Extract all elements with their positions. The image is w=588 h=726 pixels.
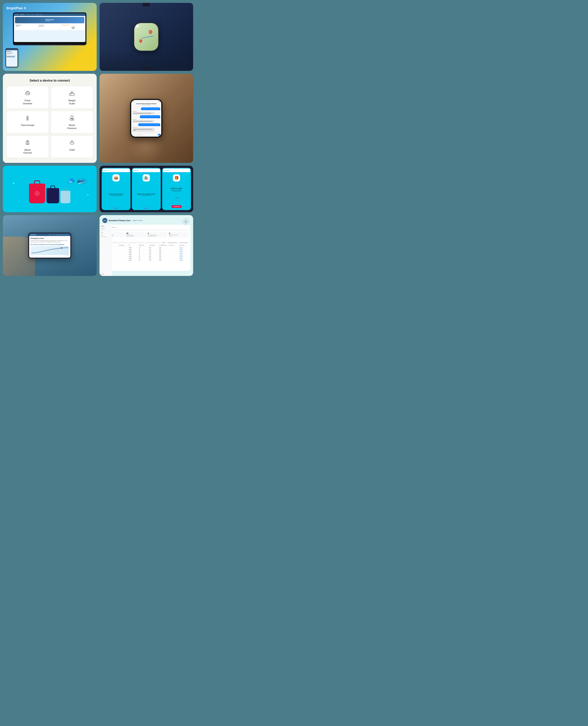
patient-status-4: Assigned xyxy=(179,253,188,254)
dot-active-1 xyxy=(114,208,115,209)
phone-ss-header-3: Padsenda xyxy=(163,169,190,172)
filter-needs-new[interactable]: Needs New Number xyxy=(178,242,188,243)
device-item-weight-scale[interactable]: WeightScale xyxy=(51,86,93,109)
ccn-header: CCN Sunshine Primary Care Switch Center xyxy=(102,218,190,223)
chat-header: Jessica Daniel's External Channel tap he… xyxy=(131,102,161,106)
device-item-thermometer[interactable]: Thermometer xyxy=(6,111,49,133)
sidebar-item-staff[interactable]: Staff xyxy=(102,230,111,231)
shopping-bags-scene: ✦ ✦ ✦ 👟 🧢 xyxy=(7,175,92,203)
chat-send-button[interactable]: ▶ xyxy=(158,134,160,136)
filter-recent[interactable]: Recent xyxy=(161,242,166,243)
stat-savings: $45,000.00 Savings xyxy=(15,24,38,30)
patient-status-8: Assigned xyxy=(179,260,188,261)
phone-ss-content-3: 🎁 Mandá un regalo para alguien especial.… xyxy=(162,173,191,210)
blood-pressure-icon xyxy=(69,115,75,121)
weight-scale-icon-wrap xyxy=(68,89,76,97)
tablet-highlight: You could be earning 151x more interest … xyxy=(30,244,69,245)
status-icons: ●●● xyxy=(158,101,160,102)
laptop-screen: BrightPlan My Life Goals Financial Accou… xyxy=(14,14,85,42)
patient-npi-6: 00/29/9 xyxy=(129,256,138,257)
dashboard-tabs: Tasks Statistics xyxy=(104,227,189,230)
filter-pending[interactable]: Pending Electronment xyxy=(167,242,177,243)
sidebar-item-device-orders[interactable]: Device Orders xyxy=(102,236,111,237)
patient-days-1: D3 xyxy=(139,247,148,248)
device-item-blood-glucose[interactable]: BloodGlucose xyxy=(6,135,49,158)
sidebar-item-tasks[interactable]: Tasks xyxy=(102,232,111,233)
th-doctor: Doctor Issue xyxy=(169,245,178,246)
table-row: Dylan Goldbaum 00/29/9 D3 Today Today As… xyxy=(104,249,189,251)
comenzar-button[interactable]: Comenzar xyxy=(171,205,182,208)
chat-message-2: You need to take HbA1c every 3 months xyxy=(132,112,155,115)
tablet-nav-goals[interactable]: Goals xyxy=(52,234,55,235)
tablet-chart-svg xyxy=(31,246,68,254)
patient-days-6: D3 xyxy=(139,256,148,257)
pulse-oximeter-icon xyxy=(24,90,31,97)
blood-pressure-label: BloodPressure xyxy=(67,124,77,130)
blood-glucose-icon-wrap xyxy=(24,139,31,147)
blood-glucose-icon xyxy=(24,140,31,146)
chat-card: 9:41 ●●● Jessica Daniel's External Chann… xyxy=(100,74,193,163)
app-screenshots-card: Padsenda 📦 Envío lo que quieras y seguid… xyxy=(100,166,193,212)
th-npi: NPI xyxy=(129,245,138,246)
stat-label-2: Unsent readingsneed weekly review xyxy=(126,234,145,237)
device-item-pulse-oximeter[interactable]: PulseOximeter xyxy=(6,86,49,109)
laptop-mockup: BrightPlan My Life Goals Financial Accou… xyxy=(13,12,86,45)
stat-accounts: 1BF Accounts $60,000.00 xyxy=(39,24,61,30)
patient-session-4: Today xyxy=(159,253,168,254)
phone-ss-icon-2: 🛍️ xyxy=(143,174,150,182)
table-row: Darlene Hoyer 00/35/9 D3 Today Today Ass… xyxy=(104,254,189,256)
tablet-nav-contact[interactable]: Contact Us xyxy=(64,234,69,235)
db-stat-4: 6 Need weekly monthlyreview xyxy=(168,232,188,237)
shoe-item: 👟 xyxy=(75,174,87,186)
phone-ss-dots-2 xyxy=(144,208,148,209)
patients-search[interactable]: 🔍 Search xyxy=(104,241,160,244)
watch-device: ‹ 🏠 🏪 xyxy=(134,23,159,51)
stat-investment: Investment Plan xyxy=(62,24,84,30)
sidebar-item-patients[interactable]: Patients xyxy=(102,226,111,227)
patient-status-5: Assigned xyxy=(179,254,188,255)
nav-dot xyxy=(15,14,16,15)
sidebar-item-readings[interactable]: Readings xyxy=(102,228,111,229)
pulse-oximeter-label: PulseOximeter xyxy=(23,99,33,105)
chat-input-field[interactable]: Type your message here... xyxy=(132,134,158,136)
dot-1-2 xyxy=(115,208,117,209)
starburst-decoration xyxy=(181,217,190,226)
bag-large xyxy=(29,184,45,203)
device-select-title: Select a device to connect xyxy=(6,79,93,83)
patients-table: Name Case Manager NPI Reading Days Lates… xyxy=(104,245,189,261)
patient-session-1: Today xyxy=(159,247,168,248)
chat-channel-name: Jessica Daniel's External Channel xyxy=(133,103,160,104)
svg-rect-19 xyxy=(70,142,74,144)
patient-reading-4: Today xyxy=(149,253,158,254)
device-item-blood-pressure[interactable]: BloodPressure xyxy=(51,111,93,133)
patient-status-7: Assigned xyxy=(179,258,188,259)
chart-label-brightplan: BrightPlan xyxy=(65,255,69,256)
stat-label-4: Need weekly monthlyreview xyxy=(169,234,188,237)
phone-ss-title-1: Envío lo que quieras xyxy=(109,193,123,195)
th-case-mgr: Case Manager xyxy=(119,245,128,246)
phone-mockup: Retirement $45,000.00 Savings Desired Re… xyxy=(5,48,18,67)
cgm-label: CGM xyxy=(69,149,75,152)
sidebar-item-blog[interactable]: Blog xyxy=(102,234,111,235)
patients-filters: 🔍 Search Recent Pending Electronment Nee… xyxy=(104,241,189,244)
dot-2-1 xyxy=(144,208,145,209)
shopping-card: ✦ ✦ ✦ 👟 🧢 xyxy=(3,166,97,212)
phone-screenshot-1: Padsenda 📦 Envío lo que quieras y seguid… xyxy=(102,168,130,210)
switch-center[interactable]: Switch Center xyxy=(133,219,143,221)
tablet-body: It's smart to help your emergency fund s… xyxy=(30,240,69,243)
sidebar-nav: Patients Readings Staff Tasks Blog Devic… xyxy=(102,225,112,271)
stat-num-4: 6 xyxy=(169,232,188,234)
ccn-logo: CCN xyxy=(102,218,107,223)
patient-reading-8: Today xyxy=(149,260,158,261)
dot-1-3 xyxy=(117,208,118,209)
phone-screen: Retirement $45,000.00 Savings Desired Re… xyxy=(6,49,18,67)
laptop-nav: BrightPlan My Life Goals Financial Accou… xyxy=(14,14,85,16)
home-icon: 🏠 xyxy=(150,31,151,33)
laptop-foot xyxy=(16,43,84,44)
tablet-nav-fin[interactable]: Financial Accounts xyxy=(56,234,63,235)
device-grid: PulseOximeter WeightScale xyxy=(6,86,93,158)
device-item-cgm[interactable]: CGM xyxy=(51,135,93,158)
patient-status-6: Assigned xyxy=(179,256,188,257)
donut-chart xyxy=(62,26,84,29)
tablet-nav-my-life[interactable]: My Life xyxy=(48,234,51,235)
